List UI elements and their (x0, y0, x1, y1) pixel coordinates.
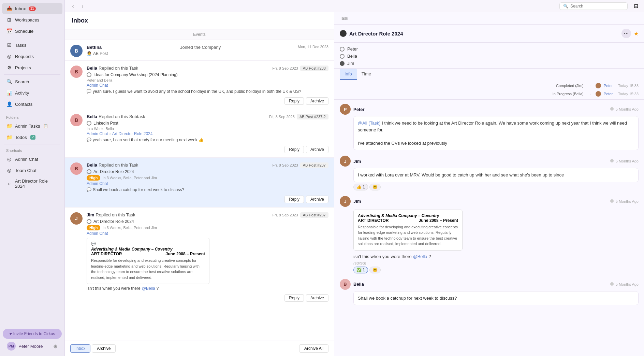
bettina-author: Bettina (87, 45, 102, 50)
panel-toggle-icon[interactable]: ⊟ (632, 2, 640, 10)
bella-3-date: Fri, 8 Sep 2023 (273, 163, 298, 167)
sidebar-item-search[interactable]: 🔍 Search (2, 76, 62, 87)
content-area: Inbox Events B Bettina Joined the Compan… (65, 12, 644, 356)
jim-header-right: Fri, 8 Sep 2023 AB Post #237 (273, 212, 329, 218)
sidebar-item-requests[interactable]: ◎ Requests (2, 51, 62, 62)
bella-3-channel[interactable]: Admin Chat (87, 181, 328, 186)
status-rows: Completed (Jim) → Peter Today 15:33 In P… (334, 80, 644, 100)
search-input[interactable] (570, 4, 624, 9)
sidebar-item-projects[interactable]: ⚙ Projects (2, 62, 62, 73)
divider-4 (4, 144, 60, 144)
status-1-avatar (596, 83, 601, 88)
task-name: Art Director Role 2024 (349, 31, 619, 37)
task-chat: P Peter 5 Months Ago @All (Task) I think… (334, 100, 644, 356)
sidebar-item-activity[interactable]: 📊 Activity (2, 87, 62, 98)
bella-2-header: Bella Replied on this Subtask Fri, 8 Sep… (87, 114, 328, 119)
bella-1-header: Bella Replied on this Task Fri, 8 Sep 20… (87, 66, 328, 71)
user-avatar: PM (7, 342, 16, 351)
time-dot-3 (610, 199, 614, 203)
folder-icon: 📁 (6, 123, 12, 129)
sidebar-item-tasks[interactable]: ☑ Tasks (2, 40, 62, 51)
bella-2-archive-button[interactable]: Archive (306, 146, 328, 153)
bella-time-text: 5 Months Ago (616, 282, 639, 286)
sidebar-item-team-chat[interactable]: ◎ Team Chat (2, 165, 62, 176)
inbox-tab[interactable]: Inbox (70, 344, 90, 353)
bella-1-actions: Reply Archive (87, 95, 328, 105)
invite-button[interactable]: ♥ Invite Friends to Cirkus (3, 329, 62, 339)
tab-time[interactable]: Time (357, 69, 376, 80)
bella-3-author: Bella (87, 162, 97, 168)
jim-1-chat-avatar: J (340, 156, 351, 167)
schedule-icon: 📅 (6, 28, 12, 34)
jim-reply-button[interactable]: Reply (284, 294, 304, 302)
peter-radio[interactable] (340, 47, 345, 52)
admin-tasks-icon: 📋 (43, 124, 48, 128)
jim-1-reaction-1[interactable]: 👍 1 (353, 184, 368, 190)
jim-archive-button[interactable]: Archive (306, 294, 328, 302)
divider-3 (4, 111, 60, 111)
bella-3-reply-button[interactable]: Reply (284, 196, 304, 203)
bella-msg-time: 5 Months Ago (610, 282, 639, 286)
peter-time-text: 5 Months Ago (616, 107, 639, 111)
time-dot-2 (610, 159, 614, 162)
bella-1-task: Ideas for Company Workshop (2024 Plannin… (87, 72, 328, 77)
tab-info[interactable]: Info (340, 69, 357, 80)
current-user-row[interactable]: PM Peter Moore ⊕ (3, 339, 62, 353)
forward-button[interactable]: › (78, 2, 87, 10)
star-icon[interactable]: ★ (634, 30, 639, 37)
jim-2-reaction-2[interactable]: 😊 (369, 267, 381, 273)
archive-tab[interactable]: Archive (92, 344, 116, 353)
jim-cv-block: 💬 Advertising & Media Company – Coventry… (87, 238, 209, 284)
bella-1-channel[interactable]: Admin Chat (87, 83, 328, 88)
chat-msg-jim-1: J Jim 5 Months Ago I worked with Lora ov… (340, 156, 639, 190)
bella-3-msg-text: Shall we book a catchup for next week to… (93, 187, 184, 192)
bella-radio[interactable] (340, 54, 345, 59)
jim-radio[interactable] (340, 61, 345, 66)
sidebar-item-admin-chat[interactable]: ◎ Admin Chat (2, 154, 62, 165)
inbox-footer: Inbox Archive Archive All (65, 341, 334, 356)
archive-all-button[interactable]: Archive All (299, 344, 328, 353)
heart-icon: ♥ (10, 331, 12, 336)
assignee-peter: Peter (340, 45, 639, 53)
footer-tabs: Inbox Archive (70, 344, 116, 353)
status-row-2: In Progress (Bella) → Peter Today 15:33 (334, 90, 644, 98)
bella-3-archive-button[interactable]: Archive (306, 196, 328, 203)
status-1-user: Peter (604, 84, 613, 88)
sidebar-item-workspaces[interactable]: ⊞ Workspaces (2, 14, 62, 25)
inbox-item-bella-1[interactable]: B Bella Replied on this Task Fri, 8 Sep … (65, 61, 334, 109)
inbox-item-bella-3[interactable]: B Bella Replied on this Task Fri, 8 Sep … (65, 158, 334, 208)
jim-2-bubble-area: Advertising & Media Company – Coventry A… (353, 208, 639, 265)
bella-2-reply-button[interactable]: Reply (284, 146, 304, 153)
bella-1-header-left: Bella Replied on this Task (87, 66, 138, 71)
inbox-item-bettina[interactable]: B Bettina Joined the Company Mon, 11 Dec… (65, 40, 334, 61)
jim-cv-company: Advertising & Media Company – Coventry (91, 247, 205, 252)
bella-2-channel-sub[interactable]: Art Director Role 2024 (112, 131, 153, 136)
bella-1-archive-button[interactable]: Archive (306, 97, 328, 105)
sidebar-art-director-label: Art Director Role 2024 (15, 179, 58, 189)
inbox-item-jim[interactable]: J Jim Replied on this Task Fri, 8 Sep 20… (65, 208, 334, 306)
sidebar-item-schedule[interactable]: 📅 Schedule (2, 26, 62, 37)
bella-2-channel[interactable]: Admin Chat (87, 131, 108, 136)
tasks-icon: ☑ (6, 42, 12, 48)
jim-task-name: Art Director Role 2024 (93, 219, 134, 224)
inbox-item-bella-2[interactable]: B Bella Replied on this Subtask Fri, 8 S… (65, 109, 334, 158)
jim-1-reaction-2[interactable]: 😊 (369, 184, 381, 190)
jim-1-chat-author: Jim (353, 159, 361, 164)
back-button[interactable]: ‹ (69, 2, 77, 10)
bettina-sub: 🧑‍💼 AB Post (87, 51, 328, 56)
peter-msg-header: P Peter 5 Months Ago (340, 104, 639, 115)
sidebar-item-admin-tasks[interactable]: 📁 Admin Tasks 📋 (2, 120, 62, 131)
jim-channel[interactable]: Admin Chat (87, 231, 328, 236)
task-status-icon (340, 30, 347, 37)
task-panel-section-label: Task (334, 12, 644, 25)
sidebar-item-inbox[interactable]: 📥 Inbox 11 (2, 3, 62, 14)
sidebar-item-todos[interactable]: 📁 Todos ✓ (2, 132, 62, 143)
add-user-icon[interactable]: ⊕ (53, 343, 58, 350)
more-options-button[interactable]: ⋯ (621, 29, 631, 38)
bella-1-reply-button[interactable]: Reply (284, 97, 304, 105)
bella-3-header-right: Fri, 8 Sep 2023 AB Post #237 (273, 162, 329, 168)
jim-1-time-text: 5 Months Ago (616, 159, 639, 163)
sidebar-item-art-director[interactable]: ○ Art Director Role 2024 (2, 176, 62, 191)
jim-2-reaction-1[interactable]: ✅ 1 (353, 267, 368, 273)
sidebar-item-contacts[interactable]: 👤 Contacts (2, 99, 62, 110)
